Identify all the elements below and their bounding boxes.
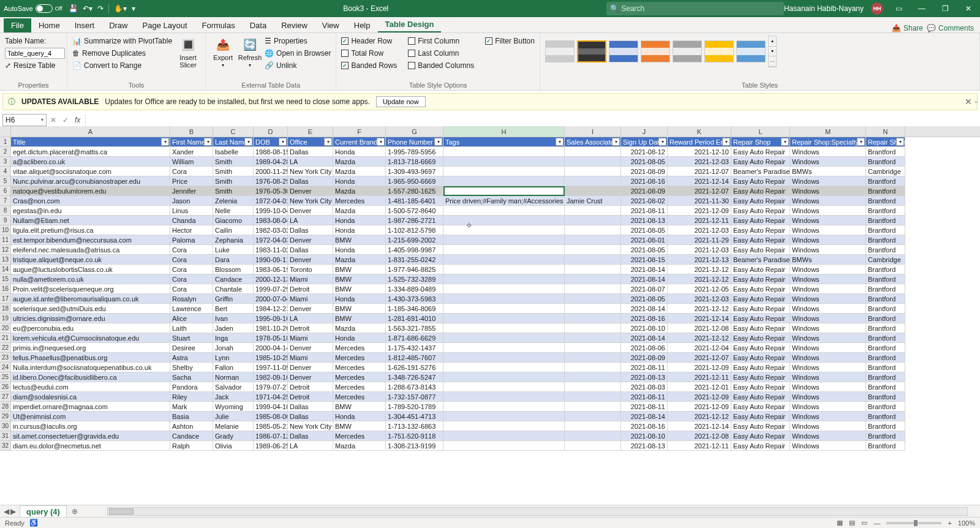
search-icon: 🔍 (610, 4, 619, 13)
summarize-pivot-button[interactable]: 📊 Summarize with PivotTable (72, 36, 172, 47)
info-icon: ⓘ (8, 97, 15, 107)
insert-slicer-button[interactable]: 🔳Insert Slicer (176, 36, 200, 76)
close-icon[interactable]: ✕ (960, 2, 976, 15)
title-bar: AutoSave Off 💾 ↶▾ ↷ ✋▾ ▾ Book3 - Excel 🔍… (0, 0, 980, 17)
open-browser-button[interactable]: 🌐 Open in Browser (265, 48, 331, 59)
col-header-K[interactable]: K (668, 126, 731, 127)
update-now-button[interactable]: Update now (376, 96, 426, 107)
header-row-check[interactable]: Header Row (341, 36, 397, 47)
tab-tabledesign[interactable]: Table Design (378, 17, 442, 32)
document-title: Book3 - Excel (138, 4, 594, 13)
refresh-button[interactable]: 🔄Refresh▾ (238, 36, 262, 76)
search-box[interactable]: 🔍 Search (606, 2, 784, 15)
col-header-E[interactable]: E (288, 126, 333, 127)
share-button[interactable]: 📤Share (892, 24, 923, 32)
formula-expand-icon[interactable]: ⌄ (973, 97, 979, 105)
ribbon: Table Name: ⤢ Resize Table Properties 📊 … (0, 33, 980, 91)
col-header-B[interactable]: B (170, 126, 213, 127)
name-box[interactable]: H6▾ (2, 114, 47, 126)
last-col-check[interactable]: Last Column (408, 48, 474, 59)
cancel-entry-icon[interactable]: ✕ (50, 116, 56, 124)
tab-review[interactable]: Review (274, 18, 315, 32)
enter-entry-icon[interactable]: ✓ (62, 116, 69, 124)
col-header-I[interactable]: I (565, 126, 621, 127)
msg-title: UPDATES AVAILABLE (21, 97, 99, 106)
table-styles-gallery[interactable]: ▴▾⋯ (545, 36, 974, 67)
remove-duplicates-button[interactable]: 🗑 Remove Duplicates (72, 48, 172, 59)
fx-icon[interactable]: fx (75, 116, 80, 124)
col-header-M[interactable]: M (790, 126, 866, 127)
col-header-D[interactable]: D (254, 126, 288, 127)
ext-properties-button[interactable]: ☰ Properties (265, 36, 331, 47)
formula-input[interactable] (85, 114, 980, 126)
minimize-icon[interactable]: — (914, 2, 930, 15)
col-header-F[interactable]: F (333, 126, 386, 127)
tab-help[interactable]: Help (347, 18, 378, 32)
group-style-options: Table Style Options (341, 80, 534, 89)
export-button[interactable]: 📤Export▾ (211, 36, 235, 76)
col-header-G[interactable]: G (386, 126, 443, 127)
first-col-check[interactable]: First Column (408, 36, 474, 47)
table-name-input[interactable] (5, 48, 65, 59)
group-tools: Tools (72, 80, 200, 89)
undo-icon[interactable]: ↶▾ (83, 4, 92, 13)
table-name-label: Table Name: (5, 36, 62, 47)
tab-home[interactable]: Home (31, 18, 67, 32)
comments-icon: 💬 (927, 24, 936, 32)
styles-more-button[interactable]: ▴▾⋯ (768, 36, 777, 67)
comments-button[interactable]: 💬Comments (927, 24, 974, 32)
touch-icon[interactable]: ✋▾ (114, 4, 127, 13)
qat-more-icon[interactable]: ▾ (132, 4, 135, 13)
update-message-bar: ⓘ UPDATES AVAILABLE Updates for Office a… (2, 93, 978, 110)
redo-icon[interactable]: ↷ (97, 4, 104, 13)
tab-pagelayout[interactable]: Page Layout (135, 18, 195, 32)
share-icon: 📤 (892, 24, 901, 32)
maximize-icon[interactable]: ❐ (937, 2, 953, 15)
tab-file[interactable]: File (4, 18, 31, 32)
unlink-button[interactable]: 🔗 Unlink (265, 60, 331, 71)
msg-body: Updates for Office are ready to be insta… (105, 97, 370, 106)
tab-data[interactable]: Data (243, 18, 274, 32)
tab-insert[interactable]: Insert (67, 18, 102, 32)
col-header-C[interactable]: C (213, 126, 254, 127)
tab-draw[interactable]: Draw (102, 18, 135, 32)
banded-rows-check[interactable]: Banded Rows (341, 60, 397, 71)
tab-formulas[interactable]: Formulas (195, 18, 243, 32)
banded-cols-check[interactable]: Banded Columns (408, 60, 474, 71)
save-icon[interactable]: 💾 (69, 4, 78, 13)
spreadsheet-grid[interactable]: ABCDEFGHIJKLMN 1Title▾First Name▾Last Na… (0, 126, 980, 127)
tab-view[interactable]: View (315, 18, 347, 32)
col-header-L[interactable]: L (731, 126, 790, 127)
col-header-J[interactable]: J (621, 126, 668, 127)
col-header-H[interactable]: H (443, 126, 565, 127)
group-external: External Table Data (211, 80, 331, 89)
group-table-styles: Table Styles (545, 80, 974, 89)
formula-bar-row: H6▾ ✕ ✓ fx (0, 113, 980, 127)
convert-range-button[interactable]: 📄 Convert to Range (72, 60, 172, 71)
resize-table-button[interactable]: ⤢ Resize Table (5, 60, 62, 71)
msg-close-icon[interactable]: ✕ (965, 97, 972, 107)
filter-button-check[interactable]: Filter Button (485, 36, 535, 47)
autosave-toggle[interactable]: AutoSave Off (4, 4, 62, 13)
ribbon-tabs: File Home Insert Draw Page Layout Formul… (0, 17, 980, 33)
avatar[interactable]: HH (871, 2, 883, 15)
user-name[interactable]: Hasanain Habib-Nayany (784, 4, 864, 13)
ribbon-mode-icon[interactable]: ▭ (891, 2, 907, 15)
group-properties: Properties (5, 80, 62, 89)
total-row-check[interactable]: Total Row (341, 48, 397, 59)
select-all-corner[interactable] (0, 126, 11, 127)
col-header-A[interactable]: A (11, 126, 170, 127)
col-header-N[interactable]: N (866, 126, 905, 127)
